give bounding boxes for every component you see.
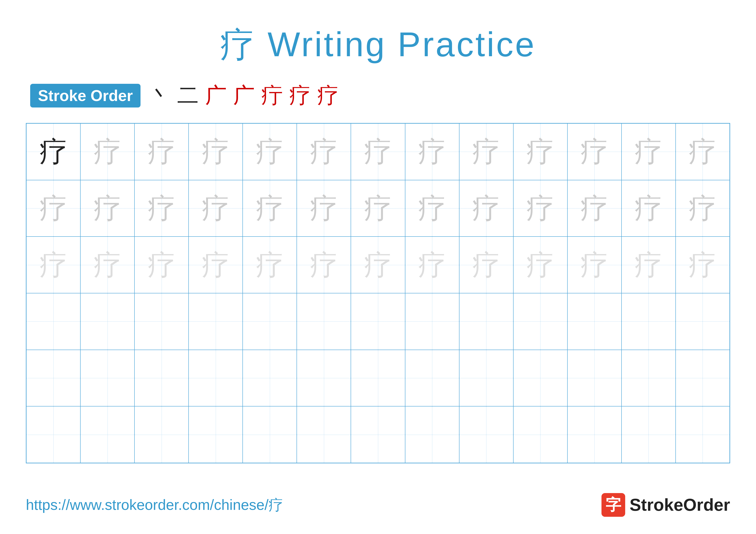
table-row[interactable]: 疗 <box>459 180 513 237</box>
table-row[interactable] <box>567 293 622 350</box>
footer-url[interactable]: https://www.strokeorder.com/chinese/疗 <box>26 495 283 515</box>
table-row[interactable]: 疗 <box>80 123 134 180</box>
table-row[interactable]: 疗 <box>567 123 622 180</box>
table-row[interactable]: 疗 <box>80 237 134 293</box>
table-row[interactable] <box>189 350 243 406</box>
table-row[interactable] <box>459 350 513 406</box>
table-row[interactable]: 疗 <box>189 237 243 293</box>
stroke-1: 丶 <box>149 81 171 110</box>
table-row[interactable]: 疗 <box>351 180 405 237</box>
table-row[interactable] <box>567 350 622 406</box>
stroke-2: ⼆ <box>177 81 199 110</box>
table-row[interactable]: 疗 <box>189 123 243 180</box>
table-row[interactable]: 疗 <box>676 123 730 180</box>
table-row[interactable]: 疗 <box>243 180 297 237</box>
table-row[interactable]: 疗 <box>297 237 351 293</box>
table-row[interactable]: 疗 <box>80 180 134 237</box>
table-row[interactable]: 疗 <box>189 180 243 237</box>
table-row[interactable]: 疗 <box>622 180 676 237</box>
table-row[interactable] <box>243 293 297 350</box>
page-title: 疗 Writing Practice <box>26 21 730 68</box>
stroke-7: 疗 <box>317 81 339 110</box>
table-row[interactable] <box>513 406 567 463</box>
table-row[interactable]: 疗 <box>513 237 567 293</box>
stroke-sequence: 丶 ⼆ 广 广 疔 疗 疗 <box>149 81 339 110</box>
table-row[interactable]: 疗 <box>567 180 622 237</box>
table-row[interactable] <box>297 406 351 463</box>
table-row[interactable]: 疗 <box>243 123 297 180</box>
table-row[interactable] <box>80 293 134 350</box>
title-section: 疗 Writing Practice <box>26 21 730 68</box>
table-row[interactable] <box>243 406 297 463</box>
table-row[interactable] <box>297 293 351 350</box>
table-row[interactable] <box>405 293 459 350</box>
stroke-order-section: Stroke Order 丶 ⼆ 广 广 疔 疗 疗 <box>26 81 730 110</box>
table-row[interactable] <box>513 350 567 406</box>
table-row[interactable]: 疗 <box>459 123 513 180</box>
table-row[interactable] <box>80 350 134 406</box>
stroke-3: 广 <box>205 81 227 110</box>
practice-grid: 疗疗疗疗疗疗疗疗疗疗疗疗疗疗疗疗疗疗疗疗疗疗疗疗疗疗疗疗疗疗疗疗疗疗疗疗疗疗疗 <box>26 123 730 463</box>
table-row[interactable]: 疗 <box>26 123 80 180</box>
table-row[interactable] <box>513 293 567 350</box>
table-row[interactable] <box>189 406 243 463</box>
table-row[interactable] <box>351 350 405 406</box>
table-row[interactable] <box>676 293 730 350</box>
footer-logo: 字 StrokeOrder <box>602 493 730 517</box>
table-row[interactable] <box>622 406 676 463</box>
table-row[interactable]: 疗 <box>351 123 405 180</box>
table-row[interactable]: 疗 <box>676 180 730 237</box>
table-row[interactable] <box>622 293 676 350</box>
table-row[interactable] <box>405 350 459 406</box>
table-row[interactable]: 疗 <box>134 180 189 237</box>
table-row[interactable] <box>26 406 80 463</box>
table-row[interactable]: 疗 <box>622 237 676 293</box>
table-row[interactable] <box>567 406 622 463</box>
table-row[interactable] <box>134 293 189 350</box>
table-row[interactable]: 疗 <box>676 237 730 293</box>
table-row[interactable]: 疗 <box>405 237 459 293</box>
footer: https://www.strokeorder.com/chinese/疗 字 … <box>26 493 730 517</box>
table-row[interactable]: 疗 <box>459 237 513 293</box>
table-row[interactable] <box>459 406 513 463</box>
table-row[interactable]: 疗 <box>405 180 459 237</box>
table-row[interactable]: 疗 <box>622 123 676 180</box>
stroke-4: 广 <box>233 81 255 110</box>
table-row[interactable] <box>459 293 513 350</box>
table-row[interactable]: 疗 <box>513 123 567 180</box>
table-row[interactable]: 疗 <box>297 180 351 237</box>
table-row[interactable] <box>26 293 80 350</box>
logo-text: StrokeOrder <box>630 495 730 515</box>
table-row[interactable]: 疗 <box>513 180 567 237</box>
table-row[interactable]: 疗 <box>243 237 297 293</box>
table-row[interactable] <box>297 350 351 406</box>
table-row[interactable] <box>134 350 189 406</box>
table-row[interactable]: 疗 <box>567 237 622 293</box>
table-row[interactable]: 疗 <box>26 180 80 237</box>
logo-icon: 字 <box>602 493 625 517</box>
table-row[interactable] <box>134 406 189 463</box>
table-row[interactable] <box>622 350 676 406</box>
table-row[interactable] <box>676 350 730 406</box>
table-row[interactable]: 疗 <box>351 237 405 293</box>
table-row[interactable] <box>26 350 80 406</box>
page: 疗 Writing Practice Stroke Order 丶 ⼆ 广 广 … <box>0 0 756 534</box>
table-row[interactable] <box>189 293 243 350</box>
table-row[interactable] <box>351 293 405 350</box>
table-row[interactable]: 疗 <box>134 237 189 293</box>
table-row[interactable] <box>405 406 459 463</box>
table-row[interactable]: 疗 <box>134 123 189 180</box>
stroke-6: 疗 <box>289 81 311 110</box>
table-row[interactable]: 疗 <box>297 123 351 180</box>
table-row[interactable]: 疗 <box>26 237 80 293</box>
table-row[interactable] <box>80 406 134 463</box>
table-row[interactable] <box>351 406 405 463</box>
table-row[interactable] <box>676 406 730 463</box>
table-row[interactable]: 疗 <box>405 123 459 180</box>
table-row[interactable] <box>243 350 297 406</box>
stroke-5: 疔 <box>261 81 283 110</box>
stroke-order-badge: Stroke Order <box>30 84 141 108</box>
